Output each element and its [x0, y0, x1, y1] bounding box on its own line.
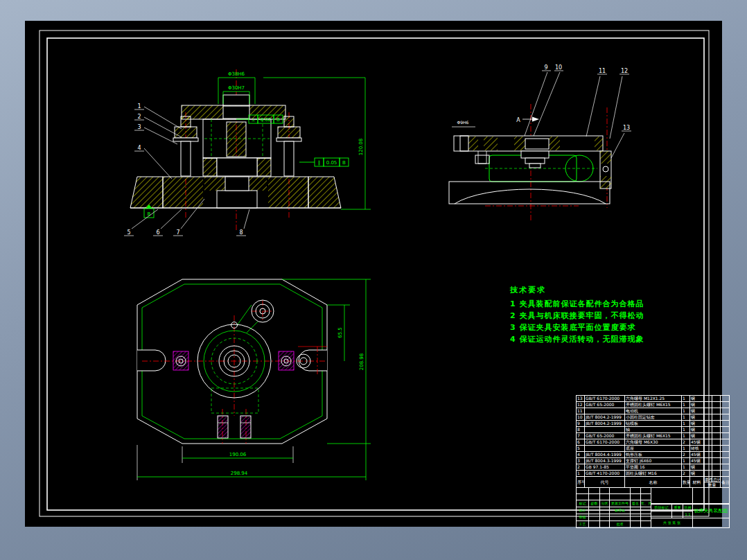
parts-cell-remark [721, 433, 730, 439]
parts-cell-unit [704, 439, 712, 446]
title-block-top [651, 487, 730, 504]
parts-cell-qty: 1 [682, 458, 690, 464]
fcf1-datum: B [276, 117, 280, 123]
parts-cell-remark [721, 452, 730, 458]
parts-cell-no: 12 [577, 402, 585, 408]
parts-cell-qty: 1 [682, 421, 690, 427]
side-view: Φ9H6 A 9 10 11 12 [449, 64, 631, 220]
parts-cell-remark [721, 439, 730, 446]
header-qty: 数量 [682, 477, 690, 488]
parts-cell-mat: 钢 [690, 396, 704, 402]
parts-cell-code [585, 427, 625, 433]
parts-cell-remark [721, 402, 730, 408]
parts-cell-code: GB/T 65-2000 [585, 402, 625, 408]
title-block-left: 标记 处数 分区 更改文件号 签名 年、月、日 设计标准化 审核 工艺批准 [576, 487, 651, 528]
dim-plan-height: 208.98 [359, 353, 364, 371]
parts-cell-unit [704, 464, 712, 471]
header-unit-weight: 单件 [704, 477, 712, 482]
parts-cell-code: GB/T 4170-2000 [585, 471, 625, 477]
parts-cell-code: JB/T 8004.3-1999 [585, 458, 625, 464]
callout-6: 6 [156, 229, 159, 236]
callout-13: 13 [623, 125, 630, 131]
parts-cell-qty: 1 [682, 396, 690, 402]
parts-cell-no: 1 [577, 471, 585, 477]
callout-11: 11 [599, 68, 606, 74]
fcf1-symbol: ⊥ [251, 117, 255, 123]
header-name: 名称 [625, 477, 682, 488]
cad-canvas: Φ38H6 Φ30H7 [25, 21, 722, 527]
dim-plan-side: 65.5 [337, 327, 343, 338]
tb-craft: 工艺 [577, 521, 589, 528]
parts-row: 9JB/T 8004.2-1999钻模板1钢 [577, 421, 730, 427]
parts-cell-mat: 钢 [690, 433, 704, 439]
drawing-title: 铣床夹具装配图 [693, 505, 730, 518]
header-no: 序号 [577, 477, 585, 488]
parts-cell-qty: 1 [682, 402, 690, 408]
parts-cell-code: JB/T 8004.2-1999 [585, 414, 625, 421]
parts-cell-no: 7 [577, 433, 585, 439]
parts-cell-total [712, 439, 721, 446]
parts-cell-total [712, 471, 721, 477]
parts-cell-qty: 1 [682, 414, 690, 421]
parts-row: 8轴1钢 [577, 427, 730, 433]
parts-cell-no: 11 [577, 408, 585, 414]
callout-3: 3 [137, 124, 141, 130]
callout-4: 4 [137, 145, 141, 151]
parts-cell-remark [721, 427, 730, 433]
parts-cell-name: 钩形压板 [625, 452, 682, 458]
parts-cell-unit [704, 421, 712, 427]
parts-cell-code: GB 97.1-85 [585, 464, 625, 471]
tb-sheet-note: 共 张 第 张 [651, 518, 693, 528]
callout-8: 8 [239, 229, 243, 236]
parts-cell-name: 六角螺母 M12X1.25 [625, 396, 682, 402]
parts-cell-total [712, 402, 721, 408]
parts-cell-no: 9 [577, 421, 585, 427]
plan-view: 65.5 208.98 190.06 298.94 [137, 279, 371, 480]
parts-row: 11电动机1钢 [577, 408, 730, 414]
parts-cell-mat: 钢 [690, 402, 704, 408]
parts-cell-qty: 2 [682, 471, 690, 477]
parts-cell-total [712, 408, 721, 414]
parts-row: 12GB/T 65-2000开槽圆柱头螺钉 M6X151钢 [577, 402, 730, 408]
parts-row: 10JB/T 8004.2-1999小圆柱固定钻套1钢 [577, 414, 730, 421]
parts-cell-total [712, 452, 721, 458]
parts-cell-total [712, 427, 721, 433]
tech-req-line: 3 保证夹具安装底平面位置度要求 [510, 322, 704, 333]
parts-row: 6GB/T 6170-2000六角螺母 M6X30245钢 [577, 439, 730, 446]
parts-cell-remark [721, 471, 730, 477]
parts-cell-code: JB/T 8004.2-1999 [585, 421, 625, 427]
tech-req-line: 4 保证运动件灵活转动，无阻滞现象 [510, 333, 704, 345]
tech-req-title: 技术要求 [510, 285, 704, 295]
parts-cell-total [712, 414, 721, 421]
header-code: 代号 [585, 477, 625, 488]
parts-cell-unit [704, 458, 712, 464]
parts-cell-mat: 铸铁 [690, 446, 704, 452]
parts-cell-unit [704, 427, 712, 433]
parts-cell-name: 圆柱头螺钉 M16 [625, 471, 682, 477]
callout-10: 10 [555, 64, 562, 71]
tb-count: 处数 [589, 500, 600, 507]
parts-cell-mat: 钢 [690, 427, 704, 433]
parts-cell-qty: 1 [682, 446, 690, 452]
callout-7: 7 [176, 229, 179, 236]
parts-cell-mat: 钢 [690, 464, 704, 471]
parts-cell-total [712, 396, 721, 402]
tb-zone: 分区 [600, 500, 610, 507]
dim-front-height: 120.08 [358, 139, 364, 156]
parts-cell-no: 3 [577, 458, 585, 464]
parts-cell-qty: 2 [682, 452, 690, 458]
parts-cell-name: 钻模板 [625, 421, 682, 427]
tb-stage: 阶段标记 [651, 505, 672, 511]
parts-cell-unit [704, 433, 712, 439]
parts-cell-unit [704, 402, 712, 408]
parts-cell-mat: 钢 [690, 421, 704, 427]
callout-5: 5 [127, 229, 130, 236]
title-block-title: 铣床夹具装配图 [692, 504, 730, 528]
parts-cell-name: 底座 [625, 446, 682, 452]
front-view: Φ38H6 Φ30H7 [124, 69, 371, 236]
parts-cell-code [585, 408, 625, 414]
parts-cell-code: GB/T 65-2000 [585, 433, 625, 439]
tech-req-line: 1 夹具装配前保证各配件合为合格品 [510, 298, 704, 310]
section-label: A [516, 117, 520, 123]
tb-scale-label: 比例 [683, 505, 693, 511]
